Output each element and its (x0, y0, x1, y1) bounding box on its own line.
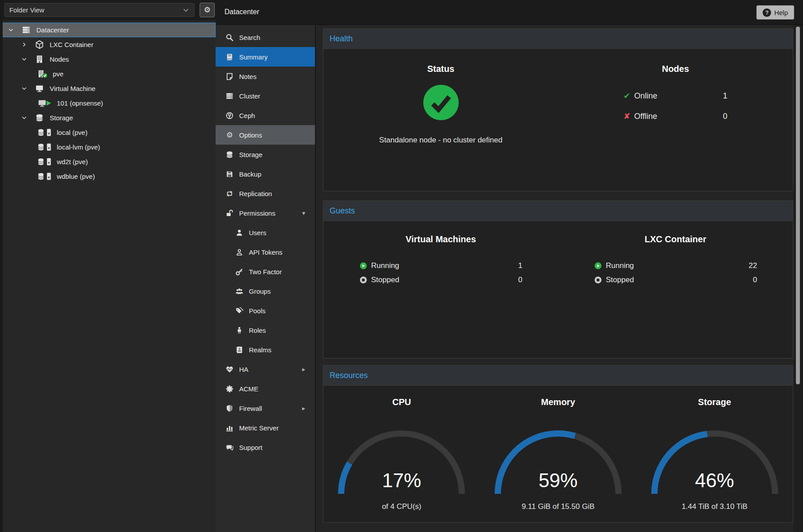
guest-state-value: 1 (518, 261, 522, 270)
tree-item-storage[interactable]: Storage (0, 110, 216, 125)
notes-icon (225, 72, 234, 81)
datacenter-icon (21, 25, 31, 35)
tree-item-nodes[interactable]: Nodes (0, 52, 216, 67)
tree-item-label: wdblue (pve) (57, 173, 95, 180)
nav-item-replication[interactable]: Replication (216, 184, 315, 203)
memory-usage-percent: 59% (492, 469, 625, 492)
unlock-icon (225, 209, 234, 217)
tree-item-virtual-machine[interactable]: Virtual Machine (0, 81, 216, 96)
tree-settings-button[interactable]: ⚙ (200, 3, 215, 17)
chevron-down-icon[interactable] (19, 113, 29, 122)
guests-panel-header: Guests (323, 201, 793, 221)
nav-item-summary[interactable]: Summary (216, 47, 315, 67)
nav-item-storage[interactable]: Storage (216, 145, 315, 164)
nav-item-ha[interactable]: HA▸ (216, 359, 315, 379)
chevron-down-icon[interactable] (19, 55, 29, 64)
health-panel: Health Status Standalone node - no clust… (323, 28, 793, 191)
database-disk-icon (37, 128, 52, 137)
lxc-container-stopped-row: Stopped0 (594, 273, 757, 287)
offline-value: 0 (723, 112, 727, 121)
gear-icon: ⚙ (204, 6, 210, 14)
nav-item-realms[interactable]: Realms (216, 340, 315, 359)
nav-item-label: Users (249, 229, 266, 236)
nav-item-label: Notes (239, 73, 256, 80)
guests-panel-title: Guests (330, 206, 355, 215)
nav-item-users[interactable]: Users (216, 223, 315, 242)
view-mode-select[interactable]: Folder View (4, 3, 194, 17)
topbar: Datacenter ? Help (216, 0, 803, 25)
nav-item-notes[interactable]: Notes (216, 67, 315, 86)
guest-state-value: 0 (753, 276, 757, 284)
tree-item-101-opnsense[interactable]: 101 (opnsense) (0, 96, 216, 110)
guest-state-label: Running (371, 261, 399, 270)
summary-icon (225, 53, 234, 61)
nav-item-label: Cluster (239, 92, 260, 100)
nav-item-label: Support (239, 444, 263, 451)
resources-panel-header: Resources (323, 366, 793, 386)
resource-gauge-memory: Memory59%9.11 GiB of 15.50 GiB (480, 386, 637, 511)
help-button-label: Help (774, 9, 788, 16)
tree-item-label: Storage (50, 114, 73, 122)
tree-item-label: Nodes (50, 55, 69, 63)
main-scrollbar-thumb[interactable] (796, 27, 800, 384)
tree-item-local-lvm-pve[interactable]: local-lvm (pve) (0, 140, 216, 154)
main-scrollbar-track[interactable] (793, 25, 803, 532)
nav-item-search[interactable]: Search (216, 28, 315, 47)
database-disk-icon (37, 157, 52, 166)
resources-panel-title: Resources (330, 371, 368, 380)
offline-cross-icon: ✘ (624, 111, 630, 121)
tree-item-wd2t-pve[interactable]: wd2t (pve) (0, 154, 216, 169)
nav-item-two-factor[interactable]: Two Factor (216, 262, 315, 281)
nav-item-support[interactable]: Support (216, 437, 315, 457)
building-icon (34, 55, 45, 64)
tree-item-datacenter[interactable]: Datacenter (0, 23, 216, 37)
tree-item-label: LXC Container (50, 41, 93, 48)
nav-item-roles[interactable]: Roles (216, 320, 315, 340)
users-icon (235, 287, 244, 296)
nav-item-pools[interactable]: Pools (216, 301, 315, 320)
ceph-icon (225, 111, 234, 120)
nav-item-label: ACME (239, 385, 258, 393)
guest-state-label: Stopped (606, 276, 634, 284)
tree-item-wdblue-pve[interactable]: wdblue (pve) (0, 169, 216, 184)
database-icon (225, 150, 234, 159)
database-icon (34, 113, 45, 122)
nav-item-acme[interactable]: ACME (216, 379, 315, 398)
nav-item-backup[interactable]: Backup (216, 164, 315, 184)
monitor-icon (34, 84, 45, 93)
gauge-title: Memory (480, 397, 637, 407)
cpu-gauge-arc: 17% (335, 428, 468, 497)
virtual-machines-stopped-row: Stopped0 (359, 273, 523, 287)
tree-item-pve[interactable]: pve (0, 67, 216, 81)
tree-item-local-pve[interactable]: local (pve) (0, 125, 216, 140)
key-icon (235, 268, 244, 276)
expanded-arrow-icon: ▾ (302, 209, 305, 217)
storage-gauge-arc: 46% (648, 428, 781, 497)
chevron-down-icon[interactable] (19, 84, 29, 93)
chevron-down-icon[interactable] (5, 25, 16, 35)
nav-item-ceph[interactable]: Ceph (216, 106, 315, 125)
stop-circle-icon (359, 276, 367, 284)
nav-item-label: Groups (249, 288, 271, 295)
nav-item-permissions[interactable]: Permissions▾ (216, 203, 315, 223)
nav-item-groups[interactable]: Groups (216, 281, 315, 301)
nav-item-firewall[interactable]: Firewall▸ (216, 398, 315, 418)
nav-item-options[interactable]: ⚙Options (216, 125, 315, 145)
nav-item-cluster[interactable]: Cluster (216, 86, 315, 106)
nav-item-api-tokens[interactable]: API Tokens (216, 242, 315, 262)
resource-gauge-storage: Storage46%1.44 TiB of 3.10 TiB (636, 386, 793, 511)
guests-lxc-container-section: LXC ContainerRunning22Stopped0 (558, 221, 793, 287)
status-ok-icon (423, 85, 459, 120)
backup-icon (225, 170, 234, 178)
chevron-right-icon[interactable] (19, 40, 29, 49)
play-circle-icon (594, 262, 602, 270)
help-button[interactable]: ? Help (756, 5, 794, 20)
memory-gauge-arc: 59% (492, 428, 625, 497)
tree-item-label: 101 (opnsense) (57, 99, 103, 107)
nav-item-metric-server[interactable]: Metric Server (216, 418, 315, 437)
tree-item-lxc-container[interactable]: LXC Container (0, 37, 216, 52)
status-heading: Status (323, 64, 558, 74)
cluster-status-section: Status Standalone node - no cluster defi… (323, 49, 558, 145)
guests-group-heading: LXC Container (558, 234, 793, 244)
person-icon (235, 326, 244, 335)
